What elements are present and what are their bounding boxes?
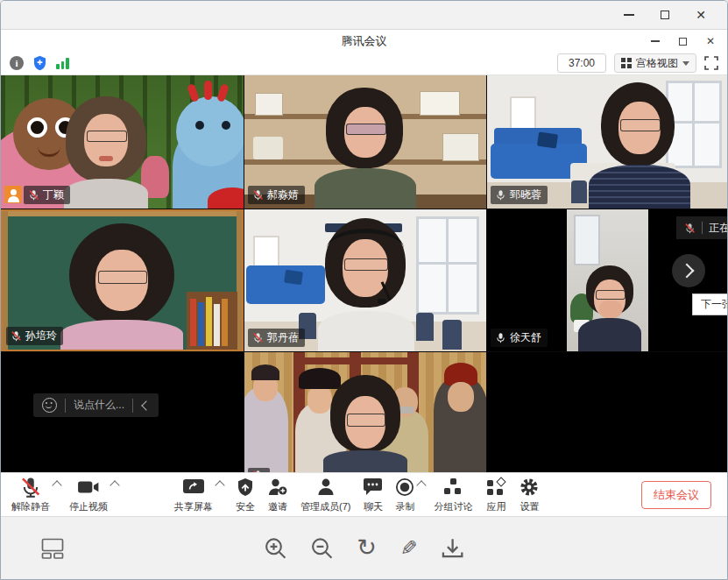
edit-icon[interactable]: ✎ (400, 538, 418, 559)
maximize-icon[interactable] (661, 11, 669, 19)
end-meeting-button[interactable]: 结束会议 (641, 481, 711, 509)
rotate-icon[interactable]: ↻ (357, 536, 377, 560)
video-tile-costume[interactable] (244, 352, 486, 472)
participant-name-tag: 孙培玲 (6, 327, 63, 345)
participant-name-tag: 郅晓蓉 (491, 186, 548, 204)
clipped-name-tag (248, 468, 270, 472)
fullscreen-icon[interactable] (704, 56, 718, 70)
meeting-maximize-icon[interactable] (679, 38, 687, 46)
video-tile-empty (487, 352, 728, 472)
stop-video-button[interactable]: 停止视频 (69, 477, 108, 513)
view-mode-selector[interactable]: 宫格视图 (614, 53, 696, 73)
meeting-close-icon[interactable]: ✕ (706, 36, 715, 46)
share-screen-icon (182, 478, 205, 496)
participant-name-tag: 徐天舒 (491, 329, 548, 347)
chevron-up-icon[interactable] (417, 480, 427, 490)
shield-icon (237, 477, 254, 497)
download-icon[interactable] (442, 537, 464, 560)
invite-button[interactable]: 邀请 (267, 477, 288, 513)
video-tile-guodanbei[interactable]: 郭丹蓓 (244, 209, 486, 351)
chevron-right-icon (680, 264, 695, 279)
apps-button[interactable]: 应用 (486, 477, 505, 513)
chat-bubble-icon (363, 477, 383, 496)
mic-icon (495, 189, 506, 201)
muted-mic-icon (11, 330, 22, 342)
emoji-icon[interactable] (42, 398, 57, 413)
chevron-up-icon[interactable] (52, 480, 61, 490)
video-tile-empty: 说点什么... (1, 352, 244, 472)
meeting-info-icon[interactable]: i (10, 56, 24, 70)
meeting-titlebar: 腾讯会议 ✕ (1, 29, 727, 53)
next-tooltip: 下一张 (692, 294, 728, 315)
viewer-titlebar: ✕ (1, 1, 727, 29)
member-icon (316, 477, 336, 496)
muted-mic-icon (20, 477, 41, 498)
mic-icon (495, 332, 506, 343)
record-button[interactable]: 录制 (395, 477, 414, 513)
participant-name-tag: 郭丹蓓 (248, 329, 305, 347)
breakout-rooms-button[interactable]: 分组讨论 (434, 477, 472, 513)
muted-mic-icon (28, 189, 39, 201)
camera-icon (77, 479, 100, 495)
record-icon (395, 477, 414, 497)
video-tile-haomiaojing[interactable]: 郝淼婧 (244, 75, 486, 209)
zoom-out-icon[interactable] (310, 537, 333, 560)
zoom-in-icon[interactable] (264, 537, 286, 560)
meeting-minimize-icon[interactable] (651, 40, 660, 42)
view-mode-label: 宫格视图 (636, 56, 678, 71)
viewer-toolbar: ↻ ✎ (1, 516, 727, 580)
chat-placeholder[interactable]: 说点什么... (74, 398, 124, 413)
share-screen-button[interactable]: 共享屏幕 (174, 477, 213, 513)
meeting-timer: 37:00 (557, 53, 606, 73)
host-badge (4, 186, 22, 203)
chevron-down-icon (682, 61, 689, 66)
muted-mic-icon (252, 189, 264, 201)
minimize-icon[interactable] (624, 14, 634, 16)
participant-name-tag: 丁颖 (24, 186, 70, 204)
chat-quick-input[interactable]: 说点什么... (33, 393, 159, 417)
layout-icon[interactable] (41, 538, 64, 559)
next-image-button[interactable] (672, 254, 705, 287)
chevron-left-icon[interactable] (141, 400, 151, 410)
chevron-up-icon[interactable] (215, 480, 224, 490)
image-viewer-window: ✕ 腾讯会议 ✕ i 37:00 (0, 0, 728, 580)
breakout-icon (444, 478, 462, 495)
settings-button[interactable]: 设置 (519, 477, 539, 513)
close-icon[interactable]: ✕ (696, 9, 706, 21)
muted-mic-icon (684, 223, 696, 234)
video-tile-sunpeiling[interactable]: 孙培玲 (1, 209, 244, 351)
unmute-button[interactable]: 解除静音 (11, 477, 50, 513)
virtual-background-palace (244, 352, 486, 472)
security-button[interactable]: 安全 (236, 477, 255, 513)
video-grid: 丁颖 (1, 75, 728, 472)
chevron-up-icon[interactable] (110, 480, 119, 490)
speaking-indicator-overlay: 正在 (676, 216, 728, 239)
network-signal-icon[interactable] (56, 58, 69, 69)
gear-icon (519, 477, 539, 497)
meeting-toolbar: 解除静音 停止视频 共享屏幕 (1, 472, 727, 516)
grid-view-icon (621, 58, 632, 68)
video-tile-zhixiaorong[interactable]: 郅晓蓉 (487, 75, 728, 209)
muted-mic-icon (252, 470, 264, 472)
video-tile-dingying[interactable]: 丁颖 (1, 75, 244, 209)
participant-name-tag: 郝淼婧 (248, 186, 305, 204)
muted-mic-icon (252, 332, 264, 343)
meeting-header: i 37:00 宫格视图 (1, 52, 727, 75)
apps-icon (487, 478, 505, 495)
speaking-indicator-text: 正在 (709, 221, 728, 236)
chat-button[interactable]: 聊天 (363, 477, 383, 513)
security-shield-icon[interactable] (32, 55, 47, 71)
meeting-title: 腾讯会议 (1, 30, 727, 53)
manage-members-button[interactable]: 管理成员(7) (300, 477, 350, 513)
invite-person-icon (267, 477, 288, 496)
